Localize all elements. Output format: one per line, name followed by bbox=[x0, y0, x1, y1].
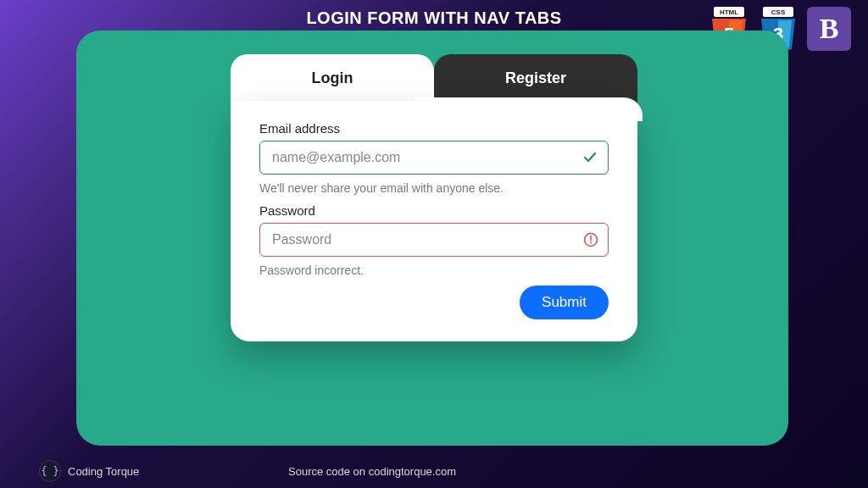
tab-login[interactable]: Login bbox=[231, 54, 434, 104]
error-icon bbox=[583, 232, 598, 247]
password-input[interactable] bbox=[259, 223, 609, 257]
form-panel: Email address We'll never share your ema… bbox=[231, 101, 637, 341]
brand-name: Coding Torque bbox=[68, 465, 139, 478]
email-help-text: We'll never share your email with anyone… bbox=[259, 181, 609, 195]
svg-text:CSS: CSS bbox=[771, 8, 786, 16]
email-input[interactable] bbox=[259, 141, 609, 175]
password-error-text: Password incorrect. bbox=[259, 263, 609, 277]
check-icon bbox=[581, 149, 598, 166]
footer: { } Coding Torque Source code on codingt… bbox=[0, 454, 868, 488]
footer-source-text: Source code on codingtorque.com bbox=[288, 465, 868, 478]
login-form-container: Login Register Email address We'll never… bbox=[231, 54, 637, 341]
svg-point-6 bbox=[590, 242, 592, 244]
brand-logo-icon: { } bbox=[39, 460, 61, 482]
email-label: Email address bbox=[259, 121, 609, 136]
svg-text:HTML: HTML bbox=[720, 8, 738, 16]
password-label: Password bbox=[259, 203, 609, 218]
submit-button[interactable]: Submit bbox=[520, 286, 609, 319]
bootstrap-badge: B bbox=[807, 7, 851, 51]
